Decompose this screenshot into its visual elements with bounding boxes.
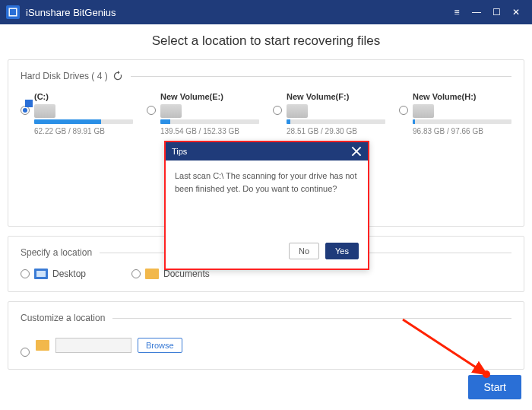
drive-label: New Volume(H:) [413, 92, 511, 101]
titlebar: iSunshare BitGenius ≡ — ☐ ✕ [0, 0, 532, 24]
usage-bar [287, 119, 385, 124]
usage-bar [160, 119, 259, 124]
dialog-message: Last scan C:\ The scanning for your driv… [166, 161, 368, 237]
specify-heading: Specify a location [21, 247, 92, 258]
location-desktop[interactable]: Desktop [21, 269, 86, 279]
customize-heading: Customize a location [21, 313, 105, 323]
drives-list: (C:) 62.22 GB / 89.91 GB New Volume(E:) … [21, 92, 511, 135]
dialog-title: Tips [172, 147, 187, 156]
maximize-button[interactable]: ☐ [486, 4, 506, 21]
radio-icon[interactable] [273, 106, 282, 115]
drive-option-c[interactable]: (C:) 62.22 GB / 89.91 GB [21, 92, 133, 135]
radio-icon[interactable] [21, 269, 30, 278]
documents-icon [145, 269, 159, 279]
start-button[interactable]: Start [468, 375, 521, 399]
dialog-yes-button[interactable]: Yes [325, 243, 359, 259]
dialog-no-button[interactable]: No [289, 243, 319, 259]
page-title: Select a location to start recovering fi… [0, 33, 532, 49]
disk-icon [287, 104, 308, 118]
drive-stats: 139.54 GB / 152.33 GB [160, 127, 259, 135]
usage-bar [413, 119, 511, 124]
app-icon [6, 5, 20, 19]
radio-icon[interactable] [147, 106, 156, 115]
menu-icon[interactable]: ≡ [447, 4, 467, 21]
browse-button[interactable]: Browse [138, 338, 182, 353]
tips-dialog: Tips Last scan C:\ The scanning for your… [164, 141, 369, 270]
folder-icon [36, 340, 49, 351]
desktop-icon [34, 269, 48, 279]
disk-icon [413, 104, 434, 118]
close-button[interactable]: ✕ [506, 4, 526, 21]
dialog-titlebar: Tips [166, 142, 368, 161]
disk-icon [160, 104, 182, 118]
drives-heading: Hard Disk Drives ( 4 ) [21, 71, 108, 81]
location-label: Documents [163, 269, 210, 279]
drive-option-f[interactable]: New Volume(F:) 28.51 GB / 29.30 GB [273, 92, 385, 135]
radio-icon[interactable] [21, 348, 30, 357]
disk-icon [34, 104, 55, 118]
minimize-button[interactable]: — [467, 4, 486, 21]
customize-panel: Customize a location Browse [8, 301, 524, 370]
radio-icon[interactable] [399, 106, 408, 115]
drive-stats: 96.83 GB / 97.66 GB [413, 127, 511, 135]
refresh-icon[interactable] [112, 71, 123, 81]
drive-label: (C:) [34, 92, 133, 101]
drive-label: New Volume(F:) [287, 92, 385, 101]
dialog-close-icon[interactable] [351, 146, 362, 157]
location-documents[interactable]: Documents [131, 269, 210, 279]
drive-label: New Volume(E:) [160, 92, 259, 101]
app-title: iSunshare BitGenius [26, 7, 116, 18]
drive-option-e[interactable]: New Volume(E:) 139.54 GB / 152.33 GB [147, 92, 259, 135]
custom-path-input[interactable] [55, 338, 131, 353]
drive-option-h[interactable]: New Volume(H:) 96.83 GB / 97.66 GB [399, 92, 511, 135]
location-label: Desktop [52, 269, 86, 279]
svg-rect-0 [9, 8, 17, 16]
radio-icon[interactable] [131, 269, 141, 278]
drive-stats: 28.51 GB / 29.30 GB [287, 127, 385, 135]
drive-stats: 62.22 GB / 89.91 GB [34, 127, 133, 135]
usage-bar [34, 119, 133, 124]
